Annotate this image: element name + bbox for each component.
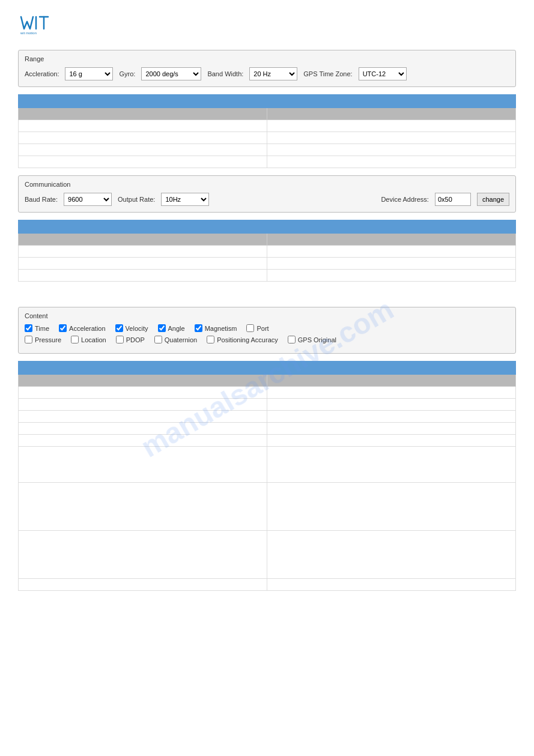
checkbox-velocity-label: Velocity [126, 325, 148, 332]
table2-row2-col1 [19, 258, 267, 270]
large-table-row6-col2 [267, 447, 516, 483]
large-table-row3-col1 [19, 411, 267, 423]
checkbox-gps-original[interactable]: GPS Original [288, 336, 336, 343]
large-table-row2-col2 [267, 399, 516, 411]
table1-row1-col1 [19, 120, 267, 132]
table-row [19, 435, 516, 447]
device-address-label: Device Address: [381, 196, 428, 203]
checkbox-gps-original-input[interactable] [288, 336, 296, 343]
checkbox-positioning-accuracy-input[interactable] [207, 336, 214, 343]
table-row [19, 258, 516, 270]
checkbox-angle-label: Angle [168, 325, 185, 332]
checkbox-pdop-label: PDOP [126, 336, 145, 343]
table1-row2-col2 [267, 132, 516, 144]
checkbox-time-input[interactable] [25, 324, 32, 332]
checkbox-velocity[interactable]: Velocity [115, 324, 148, 332]
checkbox-location[interactable]: Location [71, 336, 106, 343]
table1-row2-col1 [19, 132, 267, 144]
table1-row4-col2 [267, 156, 516, 168]
table1-header [19, 95, 516, 108]
table1-row4-col1 [19, 156, 267, 168]
large-table-row5-col1 [19, 435, 267, 447]
checkbox-positioning-accuracy[interactable]: Positioning Accuracy [207, 336, 278, 343]
checkbox-velocity-input[interactable] [115, 324, 123, 332]
checkbox-magnetism-input[interactable] [195, 324, 202, 332]
table-row [19, 120, 516, 132]
checkbox-acceleration-input[interactable] [59, 324, 67, 332]
table2-subheader [19, 234, 516, 246]
accleration-select[interactable]: 16 g 8 g 4 g 2 g [65, 67, 113, 80]
range-panel: Range Accleration: 16 g 8 g 4 g 2 g Gyro… [18, 50, 516, 87]
table1 [18, 94, 516, 168]
checkbox-time-label: Time [35, 325, 49, 332]
checkbox-location-input[interactable] [71, 336, 79, 343]
baud-rate-label: Baud Rate: [25, 196, 58, 203]
checkbox-magnetism[interactable]: Magnetism [195, 324, 237, 332]
checkbox-gps-original-label: GPS Original [298, 336, 336, 343]
table-row [19, 156, 516, 168]
table1-header-col1 [19, 95, 267, 108]
checkbox-pdop-input[interactable] [116, 336, 124, 343]
checkbox-quaternion[interactable]: Quaternion [154, 336, 197, 343]
content-panel: Content Time Acceleration Velocity Angle… [18, 307, 516, 354]
checkbox-time[interactable]: Time [25, 324, 49, 332]
large-table-row9-col1 [19, 579, 267, 591]
checkbox-angle-input[interactable] [158, 324, 166, 332]
communication-panel: Communication Baud Rate: 9600 4800 19200… [18, 175, 516, 213]
large-table-row9-col2 [267, 579, 516, 591]
table2-header [19, 220, 516, 234]
table2-row2-col2 [267, 258, 516, 270]
table-row [19, 132, 516, 144]
large-table-header [19, 361, 516, 375]
checkbox-port-label: Port [256, 325, 269, 332]
large-table-row7-col1 [19, 483, 267, 531]
large-table-row1-col2 [267, 387, 516, 399]
table1-header-col2 [267, 95, 516, 108]
table-row [19, 423, 516, 435]
table2-subheader-col2 [267, 234, 516, 246]
gps-timezone-select[interactable]: UTC-12 UTC-11 UTC-10 UTC-8 UTC+0 UTC+8 [359, 67, 407, 80]
large-table-row8-col1 [19, 531, 267, 579]
checkbox-port-input[interactable] [246, 324, 254, 332]
table2-row3-col1 [19, 270, 267, 282]
checkbox-port[interactable]: Port [246, 324, 269, 332]
large-table-row8-col2 [267, 531, 516, 579]
checkbox-pdop[interactable]: PDOP [116, 336, 145, 343]
large-table-subheader-col1 [19, 375, 267, 387]
output-rate-select[interactable]: 10Hz 0.1Hz 0.5Hz 1Hz 2Hz 5Hz 20Hz 50Hz 1… [161, 193, 209, 206]
large-table-subheader-col2 [267, 375, 516, 387]
table-row [19, 144, 516, 156]
table1-row1-col2 [267, 120, 516, 132]
large-table [18, 361, 516, 591]
bandwidth-label: Band Width: [207, 70, 243, 77]
change-button[interactable]: change [477, 193, 509, 206]
table-row [19, 246, 516, 258]
checkbox-pressure[interactable]: Pressure [25, 336, 61, 343]
table2-row1-col1 [19, 246, 267, 258]
large-table-row5-col2 [267, 435, 516, 447]
table2-row3-col2 [267, 270, 516, 282]
checkbox-pressure-input[interactable] [25, 336, 32, 343]
checkbox-acceleration[interactable]: Acceleration [59, 324, 106, 332]
device-address-input[interactable] [435, 193, 471, 206]
spacer [18, 289, 516, 307]
checkbox-angle[interactable]: Angle [158, 324, 185, 332]
gyro-select[interactable]: 2000 deg/s 1000 deg/s 500 deg/s 250 deg/… [141, 67, 201, 80]
output-rate-label: Output Rate: [118, 196, 155, 203]
range-panel-row: Accleration: 16 g 8 g 4 g 2 g Gyro: 2000… [25, 67, 509, 80]
table-row [19, 411, 516, 423]
checkbox-quaternion-input[interactable] [154, 336, 162, 343]
table-row [19, 483, 516, 531]
checkbox-location-label: Location [81, 336, 106, 343]
wit-logo: wit motion [18, 12, 66, 36]
table-row [19, 387, 516, 399]
large-table-row2-col1 [19, 399, 267, 411]
table2-header-col1 [19, 220, 267, 234]
table1-row3-col2 [267, 144, 516, 156]
bandwidth-select[interactable]: 20 Hz 10 Hz 5 Hz 40 Hz 50 Hz [249, 67, 297, 80]
baud-rate-select[interactable]: 9600 4800 19200 38400 57600 115200 [64, 193, 112, 206]
table2 [18, 220, 516, 282]
checkbox-acceleration-label: Acceleration [69, 325, 106, 332]
communication-panel-title: Communication [25, 181, 509, 188]
table-row [19, 579, 516, 591]
